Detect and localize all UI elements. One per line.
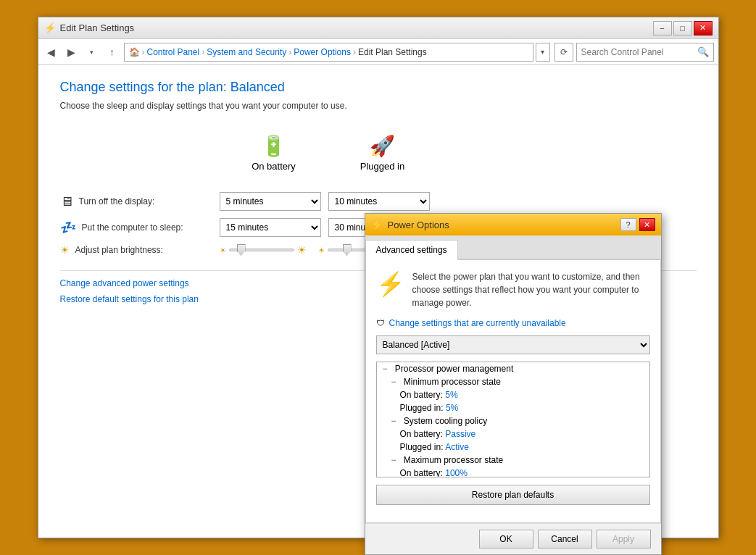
title-controls: − □ ✕ <box>653 21 713 36</box>
page-title: Change settings for the plan: Balanced <box>60 80 697 95</box>
display-battery-cell: 5 minutes 10 minutes 15 minutes Never <box>220 192 328 211</box>
up-button[interactable]: ↑ <box>104 43 121 61</box>
sleep-icon: 💤 <box>60 220 76 235</box>
dialog-close-button[interactable]: ✕ <box>639 218 655 231</box>
breadcrumb-control-panel[interactable]: Control Panel <box>147 47 200 57</box>
tree-label: Minimum processor state <box>404 377 501 387</box>
display-battery-select[interactable]: 5 minutes 10 minutes 15 minutes Never <box>220 192 321 211</box>
plugged-in-header: 🚀 Plugged in <box>328 128 437 178</box>
breadcrumb-current: Edit Plan Settings <box>358 47 427 57</box>
dialog-description-area: ⚡ Select the power plan that you want to… <box>376 270 650 309</box>
dialog-link-icon: 🛡 <box>376 318 385 328</box>
sun-large-icon: ☀ <box>297 244 307 256</box>
plugged-icon: 🚀 <box>370 134 395 158</box>
tree-item[interactable]: On battery: Passive <box>377 427 649 441</box>
sleep-label-text: Put the computer to sleep: <box>82 222 183 233</box>
dialog-desc-icon: ⚡ <box>376 270 405 309</box>
tree-view[interactable]: − Processor power management − Minimum p… <box>376 362 650 477</box>
tab-advanced-settings[interactable]: Advanced settings <box>365 240 458 260</box>
maximize-button[interactable]: □ <box>673 21 692 36</box>
dialog-title-controls: ? ✕ <box>620 218 655 231</box>
sun-small-plugged-icon: ☀ <box>318 246 325 254</box>
tree-item[interactable]: − Processor power management <box>377 362 649 375</box>
sun-small-icon: ☀ <box>220 246 226 254</box>
tree-item[interactable]: − System cooling policy <box>377 414 649 427</box>
dialog-content: ⚡ Select the power plan that you want to… <box>365 260 661 523</box>
dialog-title-bar: ⚡ Power Options ? ✕ <box>365 214 661 235</box>
plugged-in-label: Plugged in <box>360 161 404 172</box>
search-icon: 🔍 <box>697 46 709 57</box>
tree-item[interactable]: − Maximum processor state <box>377 454 649 467</box>
brightness-label: ☀ Adjust plan brightness: <box>60 244 220 256</box>
expand-icon: − <box>391 377 400 387</box>
tree-item[interactable]: On battery: 5% <box>377 388 649 401</box>
tree-label: Processor power management <box>395 364 513 374</box>
tree-item[interactable]: Plugged in: 5% <box>377 401 649 414</box>
dialog-desc-text: Select the power plan that you want to c… <box>412 270 650 309</box>
sleep-label: 💤 Put the computer to sleep: <box>60 220 220 235</box>
dialog-icon: ⚡ <box>371 219 383 230</box>
display-plugged-select[interactable]: 10 minutes 15 minutes 30 minutes Never <box>328 192 430 211</box>
address-dropdown-button[interactable]: ▾ <box>536 43 550 62</box>
dialog-settings-link[interactable]: Change settings that are currently unava… <box>389 318 566 328</box>
close-button[interactable]: ✕ <box>694 21 713 36</box>
expand-icon: − <box>391 455 400 465</box>
tree-value: 100% <box>445 468 468 477</box>
tree-label: On battery: <box>400 390 446 400</box>
on-battery-header: 🔋 On battery <box>220 128 328 178</box>
dialog-title-left: ⚡ Power Options <box>371 219 449 230</box>
search-box: 🔍 <box>576 43 714 62</box>
tree-label: On battery: <box>400 468 446 477</box>
brightness-battery-control: ☀ ☀ <box>220 244 307 256</box>
brightness-label-text: Adjust plan brightness: <box>75 245 163 255</box>
tree-label: On battery: <box>400 429 446 439</box>
breadcrumb-home-icon[interactable]: 🏠 <box>129 47 140 57</box>
battery-icon: 🔋 <box>261 134 286 158</box>
dialog-help-button[interactable]: ? <box>620 218 636 231</box>
page-subtitle: Choose the sleep and display settings th… <box>60 101 697 111</box>
power-options-dialog: ⚡ Power Options ? ✕ Advanced settings ⚡ … <box>365 213 662 555</box>
display-label: 🖥 Turn off the display: <box>60 194 220 209</box>
address-bar: ◀ ▶ ▾ ↑ 🏠 › Control Panel › System and S… <box>38 39 718 65</box>
search-input[interactable] <box>581 47 694 57</box>
forward-button[interactable]: ▶ <box>63 43 80 61</box>
restore-plan-defaults-button[interactable]: Restore plan defaults <box>376 485 650 505</box>
tree-item[interactable]: − Minimum processor state <box>377 375 649 388</box>
display-plugged-cell: 10 minutes 15 minutes 30 minutes Never <box>328 192 437 211</box>
brightness-plugged-slider-thumb[interactable] <box>343 244 352 256</box>
refresh-button[interactable]: ⟳ <box>554 43 573 62</box>
dialog-title-text: Power Options <box>388 220 449 230</box>
tree-item[interactable]: Plugged in: Active <box>377 441 649 454</box>
expand-icon: − <box>383 364 391 374</box>
settings-grid-header: 🔋 On battery 🚀 Plugged in <box>60 128 697 178</box>
brightness-battery-slider-track <box>229 249 294 251</box>
tree-value: Passive <box>445 429 475 439</box>
dropdown-history-button[interactable]: ▾ <box>83 43 101 61</box>
tree-label: System cooling policy <box>404 416 487 426</box>
brightness-battery-slider-thumb[interactable] <box>237 244 246 256</box>
display-row: 🖥 Turn off the display: 5 minutes 10 min… <box>60 192 697 211</box>
back-button[interactable]: ◀ <box>43 43 60 61</box>
tree-label: Plugged in: <box>400 403 446 413</box>
tree-label: Maximum processor state <box>404 455 503 465</box>
ok-button[interactable]: OK <box>479 530 533 548</box>
main-window: ⚡ Edit Plan Settings − □ ✕ ◀ ▶ ▾ ↑ 🏠 › C… <box>38 17 719 538</box>
tree-value: 5% <box>446 403 458 413</box>
sleep-battery-select[interactable]: 15 minutes 30 minutes Never <box>220 218 321 237</box>
display-icon: 🖥 <box>60 194 73 209</box>
tree-value: Active <box>445 442 469 452</box>
plan-select[interactable]: Balanced [Active] High performance Power… <box>376 335 650 354</box>
sleep-battery-cell: 15 minutes 30 minutes Never <box>220 218 328 237</box>
window-icon: ⚡ <box>44 22 56 34</box>
minimize-button[interactable]: − <box>653 21 672 36</box>
tree-item[interactable]: On battery: 100% <box>377 467 649 477</box>
on-battery-label: On battery <box>252 161 296 172</box>
tree-value: 5% <box>445 390 457 400</box>
apply-button[interactable]: Apply <box>597 530 651 548</box>
title-bar: ⚡ Edit Plan Settings − □ ✕ <box>38 17 718 39</box>
cancel-button[interactable]: Cancel <box>538 530 592 548</box>
window-title: Edit Plan Settings <box>60 22 135 33</box>
brightness-icon: ☀ <box>60 244 70 256</box>
breadcrumb-system-security[interactable]: System and Security <box>207 47 286 57</box>
breadcrumb-power-options[interactable]: Power Options <box>294 47 351 57</box>
